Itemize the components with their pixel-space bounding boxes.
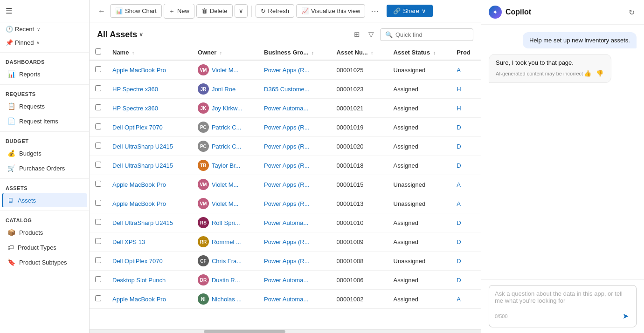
row-name-link[interactable]: Dell XPS 13 [112, 238, 145, 245]
prod-link[interactable]: A [457, 181, 461, 188]
more-options-button[interactable]: ⋯ [367, 3, 383, 19]
prod-link[interactable]: A [457, 67, 461, 74]
sidebar-item-request-items[interactable]: 📄 Request Items [2, 114, 87, 128]
business-group-link[interactable]: Power Apps (R... [264, 200, 310, 207]
col-name[interactable]: Name ↕ [107, 45, 192, 60]
owner-name[interactable]: Patrick C... [212, 143, 242, 150]
owner-name[interactable]: Nicholas ... [212, 296, 242, 303]
owner-name[interactable]: Joy Kirkw... [212, 105, 242, 112]
sidebar-item-products[interactable]: 📦 Products [2, 225, 87, 239]
prod-link[interactable]: H [457, 86, 461, 93]
visualize-button[interactable]: 📈 Visualize this view [296, 4, 365, 18]
owner-name[interactable]: Violet M... [212, 200, 239, 207]
show-chart-button[interactable]: 📊 Show Chart [110, 4, 162, 18]
owner-name[interactable]: Dustin R... [212, 277, 240, 284]
business-group-link[interactable]: Power Automa... [264, 277, 308, 284]
owner-name[interactable]: Patrick C... [212, 124, 242, 131]
sidebar-item-purchase-orders[interactable]: 🛒 Purchase Orders [2, 161, 87, 175]
sidebar-item-reports[interactable]: 📊 Reports [2, 67, 87, 81]
business-group-link[interactable]: Power Apps (R... [264, 143, 310, 150]
columns-button[interactable]: ⊞ [352, 28, 362, 41]
row-checkbox[interactable] [95, 181, 101, 187]
row-checkbox[interactable] [95, 85, 101, 91]
owner-name[interactable]: Violet M... [212, 67, 239, 74]
row-checkbox[interactable] [95, 66, 101, 72]
row-name-link[interactable]: Dell UltraSharp U2415 [112, 219, 173, 226]
prod-link[interactable]: D [457, 238, 461, 245]
delete-button[interactable]: 🗑 Delete [196, 4, 233, 18]
prod-link[interactable]: A [457, 296, 461, 303]
row-checkbox[interactable] [95, 104, 101, 110]
prod-link[interactable]: D [457, 124, 461, 131]
owner-name[interactable]: Rolf Spri... [212, 219, 240, 226]
row-checkbox[interactable] [95, 123, 101, 129]
new-button[interactable]: ＋ New [164, 4, 194, 19]
row-checkbox[interactable] [95, 238, 101, 244]
row-name-link[interactable]: HP Spectre x360 [112, 105, 158, 112]
prod-link[interactable]: D [457, 219, 461, 226]
business-group-link[interactable]: Power Automa... [264, 105, 308, 112]
business-group-link[interactable]: Power Apps (R... [264, 67, 310, 74]
copilot-refresh-button[interactable]: ↻ [627, 6, 637, 19]
row-checkbox[interactable] [95, 162, 101, 168]
row-checkbox[interactable] [95, 200, 101, 206]
row-name-link[interactable]: Apple MacBook Pro [112, 67, 166, 74]
prod-link[interactable]: H [457, 105, 461, 112]
prod-link[interactable]: D [457, 143, 461, 150]
owner-name[interactable]: Taylor Br... [212, 162, 240, 169]
business-group-link[interactable]: Power Automa... [264, 219, 308, 226]
row-checkbox[interactable] [95, 219, 101, 225]
hamburger-icon[interactable]: ☰ [4, 5, 14, 17]
col-business-group[interactable]: Business Gro... ↕ [258, 45, 331, 60]
col-asset-status[interactable]: Asset Status ↕ [388, 45, 451, 60]
row-name-link[interactable]: Desktop Slot Punch [112, 277, 166, 284]
sidebar-item-product-subtypes[interactable]: 🔖 Product Subtypes [2, 255, 87, 269]
sidebar-item-product-types[interactable]: 🏷 Product Types [2, 240, 87, 254]
view-title[interactable]: All Assets ∨ [97, 30, 143, 40]
refresh-button[interactable]: ↻ Refresh [256, 4, 295, 18]
prod-link[interactable]: D [457, 162, 461, 169]
row-name-link[interactable]: HP Spectre x360 [112, 86, 158, 93]
owner-name[interactable]: Chris Fra... [212, 258, 242, 265]
row-name-link[interactable]: Apple MacBook Pro [112, 296, 166, 303]
thumbs-down-button[interactable]: 👎 [595, 69, 604, 78]
sidebar-item-budgets[interactable]: 💰 Budgets [2, 146, 87, 160]
send-button[interactable]: ➤ [621, 310, 630, 322]
business-group-link[interactable]: Power Automa... [264, 296, 308, 303]
col-prod[interactable]: Prod [451, 45, 481, 60]
row-name-link[interactable]: Apple MacBook Pro [112, 200, 166, 207]
sidebar-item-assets[interactable]: 🖥 Assets [2, 193, 87, 207]
owner-name[interactable]: Rommel ... [212, 238, 241, 245]
row-checkbox[interactable] [95, 143, 101, 149]
prod-link[interactable]: D [457, 277, 461, 284]
row-checkbox[interactable] [95, 276, 101, 282]
business-group-link[interactable]: D365 Custome... [264, 86, 310, 93]
search-input[interactable] [395, 31, 468, 38]
select-all-checkbox[interactable] [95, 48, 101, 54]
row-name-link[interactable]: Dell OptiPlex 7070 [112, 258, 163, 265]
business-group-link[interactable]: Power Apps (R... [264, 181, 310, 188]
dropdown-button[interactable]: ∨ [235, 4, 248, 18]
sidebar-item-requests[interactable]: 📋 Requests [2, 99, 87, 113]
prod-link[interactable]: A [457, 200, 461, 207]
back-button[interactable]: ← [95, 4, 108, 18]
copilot-textarea[interactable] [495, 290, 630, 307]
business-group-link[interactable]: Power Apps (R... [264, 238, 310, 245]
row-name-link[interactable]: Apple MacBook Pro [112, 181, 166, 188]
share-button[interactable]: 🔗 Share ∨ [387, 5, 433, 17]
row-name-link[interactable]: Dell UltraSharp U2415 [112, 143, 173, 150]
col-asset-number[interactable]: Asset Nu... ↕ [331, 45, 388, 60]
horizontal-scrollbar[interactable] [90, 329, 481, 333]
business-group-link[interactable]: Power Apps (R... [264, 258, 310, 265]
row-name-link[interactable]: Dell OptiPlex 7070 [112, 124, 163, 131]
filter-button[interactable]: ▽ [366, 28, 376, 41]
row-checkbox[interactable] [95, 295, 101, 301]
sidebar-item-pinned[interactable]: 📌 Pinned ∨ [0, 36, 89, 49]
owner-name[interactable]: Violet M... [212, 181, 239, 188]
business-group-link[interactable]: Power Apps (R... [264, 162, 310, 169]
sidebar-item-recent[interactable]: 🕐 Recent ∨ [0, 22, 89, 36]
col-owner[interactable]: Owner ↕ [192, 45, 258, 60]
owner-name[interactable]: Joni Roe [212, 86, 235, 93]
thumbs-up-button[interactable]: 👍 [583, 69, 592, 78]
row-checkbox[interactable] [95, 257, 101, 263]
